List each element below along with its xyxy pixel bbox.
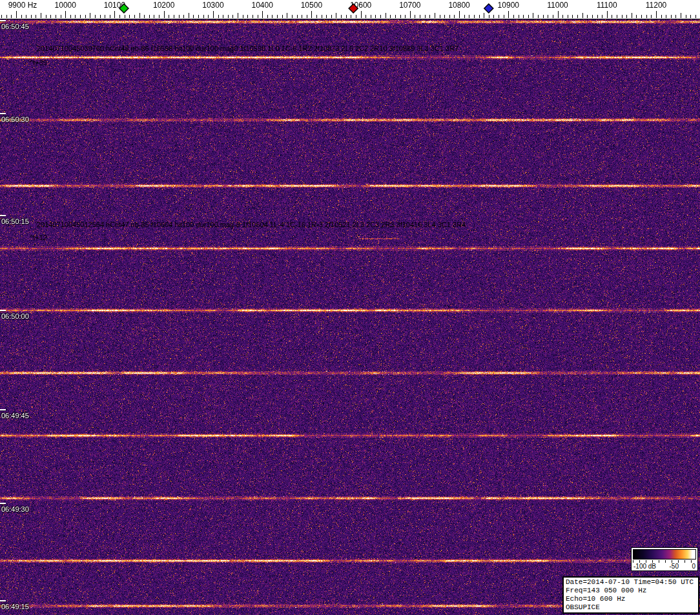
info-station-line: OBSUPICE bbox=[566, 603, 696, 612]
spectrogram-app-window: -100 dB -50 0 Date=2014-07-10 Time=04:50… bbox=[0, 0, 700, 615]
time-tick bbox=[0, 600, 6, 601]
observation-info-box: Date=2014-07-10 Time=04:50 UTC Freq=143 … bbox=[562, 576, 699, 614]
time-label: 06:49:45 bbox=[1, 412, 29, 419]
color-scale-labels: -100 dB -50 0 bbox=[633, 563, 696, 570]
time-label: 06:50:15 bbox=[1, 218, 29, 225]
time-label: 06:50:45 bbox=[1, 23, 29, 30]
echo-annotation: 20140710045012564 hCnt47 nb-85 f10604 hi… bbox=[37, 221, 466, 228]
color-scale-gradient-bar bbox=[633, 549, 696, 560]
time-label: 06:49:15 bbox=[1, 603, 29, 610]
time-tick bbox=[0, 20, 6, 21]
info-echo-line: Echo=10 600 Hz bbox=[566, 595, 696, 603]
time-label: 06:49:30 bbox=[1, 506, 29, 513]
legend-max-label: 0 bbox=[692, 563, 695, 570]
time-tick bbox=[0, 113, 6, 114]
echo-annotation: ^t+12 bbox=[30, 234, 47, 241]
overlay-layer: -100 dB -50 0 Date=2014-07-10 Time=04:50… bbox=[0, 0, 700, 615]
info-frequency-line: Freq=143 050 000 Hz bbox=[566, 587, 696, 595]
time-label: 06:50:30 bbox=[1, 116, 29, 123]
echo-annotation: 20140710045039760 hCnt48 nb-86 f10598 hi… bbox=[37, 45, 458, 52]
db-color-scale-legend: -100 dB -50 0 bbox=[631, 547, 698, 571]
echo-annotation: ^t+39 bbox=[30, 59, 47, 66]
time-tick bbox=[0, 503, 6, 504]
time-label: 06:50:00 bbox=[1, 313, 29, 320]
info-date-time-line: Date=2014-07-10 Time=04:50 UTC bbox=[566, 578, 696, 587]
time-tick bbox=[0, 409, 6, 410]
time-tick bbox=[0, 310, 6, 311]
legend-min-label: -100 dB bbox=[633, 563, 656, 570]
legend-mid-label: -50 bbox=[670, 563, 679, 570]
time-tick bbox=[0, 215, 6, 216]
